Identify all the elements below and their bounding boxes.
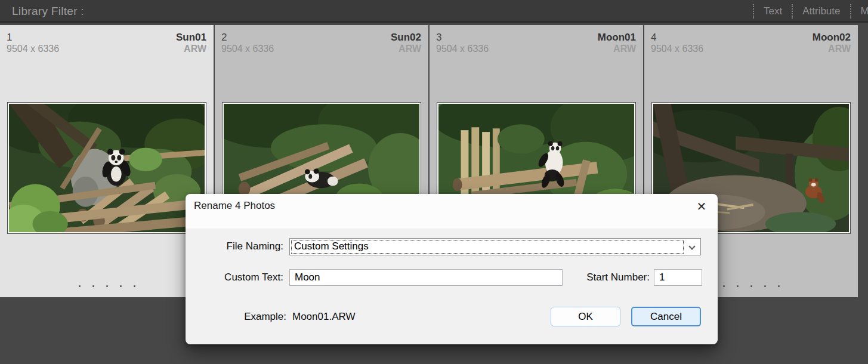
cell-dimensions: 9504 x 6336 [436,44,489,54]
dialog-title: Rename 4 Photos [194,200,275,212]
cell-filename: Moon01 [598,32,636,44]
cell-filename: Sun01 [176,32,206,44]
cell-dimensions: 9504 x 6336 [221,44,274,54]
photo-thumbnail-1[interactable] [8,103,206,233]
cell-dimensions: 9504 x 6336 [651,44,703,54]
cell-filename: Sun02 [391,32,421,44]
cell-format: ARW [184,44,206,54]
example-value: Moon01.ARW [292,311,356,323]
cell-header: 3 Moon01 9504 x 6336 ARW [430,25,643,54]
cell-format: ARW [399,44,421,54]
custom-text-label: Custom Text: [186,272,283,283]
start-number-label: Start Number: [543,272,650,283]
custom-text-input[interactable] [289,269,563,286]
cell-filename: Moon02 [813,32,851,44]
filter-text[interactable]: Text [764,5,782,17]
cell-dimensions: 9504 x 6336 [7,44,59,54]
close-icon[interactable]: ✕ [693,198,711,215]
rename-photos-dialog: Rename 4 Photos ✕ File Naming: Custom Se… [186,194,718,344]
library-filter-options: Text Attribute Metadata [753,0,868,23]
file-naming-value: Custom Settings [294,240,369,252]
cell-index: 4 [651,32,656,44]
filter-divider [753,4,754,18]
cell-header: 4 Moon02 9504 x 6336 ARW [644,25,858,54]
cell-format: ARW [613,44,636,54]
cell-header: 1 Sun01 9504 x 6336 ARW [0,25,214,54]
cell-index: 1 [7,32,12,44]
ok-button[interactable]: OK [551,307,620,326]
cancel-button[interactable]: Cancel [631,307,701,326]
filter-metadata[interactable]: Metadata [861,5,868,17]
cell-format: ARW [828,44,851,54]
library-filter-title: Library Filter : [12,5,84,18]
rating-dots[interactable] [0,285,214,287]
filter-divider [792,4,793,18]
cell-index: 2 [221,32,227,44]
cell-header: 2 Sun02 9504 x 6336 ARW [215,25,428,54]
start-number-input[interactable] [654,269,702,286]
filter-divider [850,4,851,18]
library-filter-bar: Library Filter : Text Attribute Metadata [0,0,868,23]
example-label: Example: [186,311,286,323]
cell-index: 3 [436,32,441,44]
photo-cell-1[interactable]: 1 Sun01 9504 x 6336 ARW [0,25,214,297]
file-naming-dropdown[interactable]: Custom Settings [289,238,701,255]
chevron-down-icon [688,243,695,249]
filter-attribute[interactable]: Attribute [802,5,840,17]
file-naming-label: File Naming: [186,240,283,252]
